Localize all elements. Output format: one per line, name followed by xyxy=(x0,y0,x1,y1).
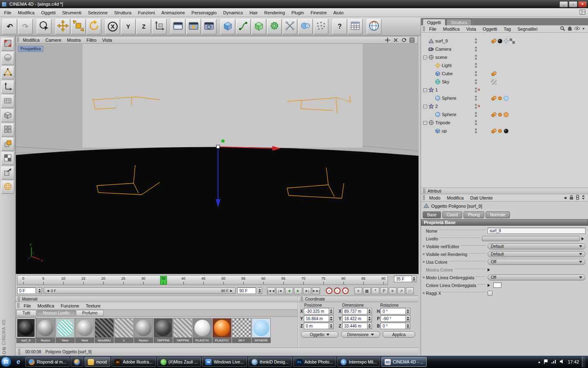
viewport[interactable]: ModificaCamereMostraFiltroVista xyxy=(16,36,418,274)
search-icon[interactable] xyxy=(560,26,565,32)
axis-lock-z-button[interactable]: Z xyxy=(136,19,151,34)
material-item-plastic-9[interactable]: PLASTIC xyxy=(193,318,212,343)
orange-pair-tag-icon[interactable] xyxy=(491,128,497,134)
taskbar-button-adobe-illustra[interactable]: AiAdobe Illustra... xyxy=(111,357,156,367)
position-spinner[interactable] xyxy=(329,308,334,314)
dropdown-modo-linea-ombreggiata[interactable]: Off xyxy=(488,274,586,280)
expand-toggle-icon[interactable]: − xyxy=(423,105,427,108)
panels-button[interactable] xyxy=(1,123,14,137)
undo-button[interactable]: ↶ xyxy=(2,19,17,34)
menu-attributes-dati-utente[interactable]: Dati Utente xyxy=(467,195,496,201)
tree-item-camera[interactable]: Camera xyxy=(421,45,588,53)
checker-tag-icon[interactable] xyxy=(510,38,515,44)
material-item-tappini-8[interactable]: TAPPINI xyxy=(173,318,192,343)
material-item-nuovo-1[interactable]: Nuovo xyxy=(36,318,55,343)
anim-dot[interactable] xyxy=(423,292,425,294)
editor-visibility-dot[interactable] xyxy=(475,88,477,90)
menu-main-personaggio[interactable]: Personaggio xyxy=(188,9,220,16)
dimension-field[interactable]: 18.422 m xyxy=(342,315,368,322)
visibility-dots[interactable] xyxy=(475,128,491,133)
home-icon[interactable] xyxy=(567,26,572,32)
render-visibility-dot[interactable] xyxy=(475,107,477,109)
menu-viewport-mostra[interactable]: Mostra xyxy=(64,37,84,43)
lock-icon[interactable] xyxy=(569,195,574,201)
tree-item-up[interactable]: up xyxy=(421,127,588,135)
dimension-spinner[interactable] xyxy=(368,315,372,322)
menu-main-struttura[interactable]: Struttura xyxy=(111,9,135,16)
anim-dot[interactable] xyxy=(423,261,425,263)
row-end-arrow[interactable] xyxy=(581,237,586,240)
coord-button[interactable] xyxy=(152,19,167,34)
menu-main-rendering[interactable]: Rendering xyxy=(261,9,288,16)
network-icon[interactable] xyxy=(551,358,557,366)
materials-tab-profumo[interactable]: Profumo xyxy=(76,310,104,316)
drag-grip[interactable] xyxy=(18,296,20,301)
expand-toggle-icon[interactable]: − xyxy=(423,88,427,92)
volume-icon[interactable] xyxy=(559,358,565,366)
menu-main-modifica[interactable]: Modifica xyxy=(15,9,38,16)
rayx-checkbox[interactable] xyxy=(488,291,492,296)
menu-objects-oggetti[interactable]: Oggetti xyxy=(479,26,500,32)
menu-main-plugin[interactable]: Plugin xyxy=(288,9,307,16)
minimize-button[interactable]: _ xyxy=(559,1,568,7)
menu-attributes-modo[interactable]: Modo xyxy=(426,195,444,201)
visibility-dots[interactable] xyxy=(475,55,491,60)
menu-main-animazione[interactable]: Animazione xyxy=(158,9,188,16)
menu-materials-file[interactable]: File xyxy=(20,303,34,309)
visibility-dots[interactable] xyxy=(475,38,491,43)
visibility-dots[interactable] xyxy=(475,71,491,76)
editor-visibility-dot[interactable] xyxy=(475,96,477,98)
range-end-spinner[interactable] xyxy=(258,287,262,294)
grid-plane-button[interactable] xyxy=(1,95,14,108)
render-visibility-dot[interactable] xyxy=(475,115,477,117)
curve-button[interactable]: ↗ xyxy=(397,287,405,294)
drag-grip[interactable] xyxy=(423,188,425,193)
orange-pair-tag-icon[interactable] xyxy=(491,112,497,117)
rotate-button[interactable] xyxy=(87,19,101,34)
tab-struttura[interactable]: Struttura xyxy=(446,19,472,25)
metaball-button[interactable] xyxy=(298,19,313,34)
grid-cube-button[interactable] xyxy=(1,109,14,122)
key-parameter-button[interactable]: * xyxy=(372,287,379,294)
show-hidden-icons[interactable]: ▲ xyxy=(538,360,541,364)
checkerboard-button[interactable] xyxy=(1,152,14,165)
menu-main-aiuto[interactable]: Aiuto xyxy=(330,9,347,16)
convert-button[interactable] xyxy=(1,38,14,51)
render-settings-button[interactable] xyxy=(202,19,216,34)
taskbar-button-wmp[interactable] xyxy=(71,357,83,367)
apply-button[interactable]: Applica xyxy=(383,331,415,338)
gear-button[interactable] xyxy=(267,19,282,34)
goto-start-button[interactable]: |◄◄ xyxy=(267,287,275,294)
menu-main-hair[interactable]: Hair xyxy=(246,9,261,16)
orange-dot-tag-icon[interactable] xyxy=(497,112,503,117)
render-visibility-dot[interactable] xyxy=(475,99,477,101)
expand-right-icon[interactable] xyxy=(488,268,492,272)
render-visibility-dot[interactable] xyxy=(475,66,477,68)
table-button[interactable] xyxy=(348,19,363,34)
coord-mode-dropdown[interactable]: Oggetto xyxy=(301,331,339,338)
menu-objects-tag[interactable]: Tag xyxy=(500,26,514,32)
menu-main-funzioni[interactable]: Funzioni xyxy=(135,9,158,16)
menu-objects-segnalibri[interactable]: Segnalibri xyxy=(514,26,541,32)
array-button[interactable] xyxy=(283,19,297,34)
menu-materials-texture[interactable]: Texture xyxy=(82,303,104,309)
name-input[interactable]: surf_9 xyxy=(488,228,586,234)
material-item-new-3[interactable]: New xyxy=(75,318,94,343)
position-field[interactable]: 0 m xyxy=(304,323,329,329)
taskbar-button-interexpo-mil[interactable]: eInterexpo Mil... xyxy=(337,357,380,367)
menu-objects-file[interactable]: File xyxy=(426,26,440,32)
dimension-spinner[interactable] xyxy=(368,308,372,314)
globe-button[interactable] xyxy=(367,19,381,34)
eye-icon[interactable] xyxy=(575,26,580,32)
position-spinner[interactable] xyxy=(329,323,334,329)
prev-frame-button[interactable]: |◄ xyxy=(276,287,284,294)
dropdown-visibile-nel-rendering[interactable]: Default xyxy=(488,251,586,257)
range-start-field[interactable]: 0 F xyxy=(17,287,36,294)
internet-explorer-icon[interactable]: e xyxy=(13,357,24,367)
axis-lock-x-button[interactable]: X xyxy=(105,19,120,34)
chevron-down-icon[interactable]: ▼ xyxy=(582,27,585,31)
next-frame-button[interactable]: ►| xyxy=(303,287,311,294)
play-forward-button[interactable]: ► xyxy=(294,287,302,294)
tree-item-scene[interactable]: −scene xyxy=(421,53,588,61)
editor-visibility-dot[interactable] xyxy=(475,38,477,40)
